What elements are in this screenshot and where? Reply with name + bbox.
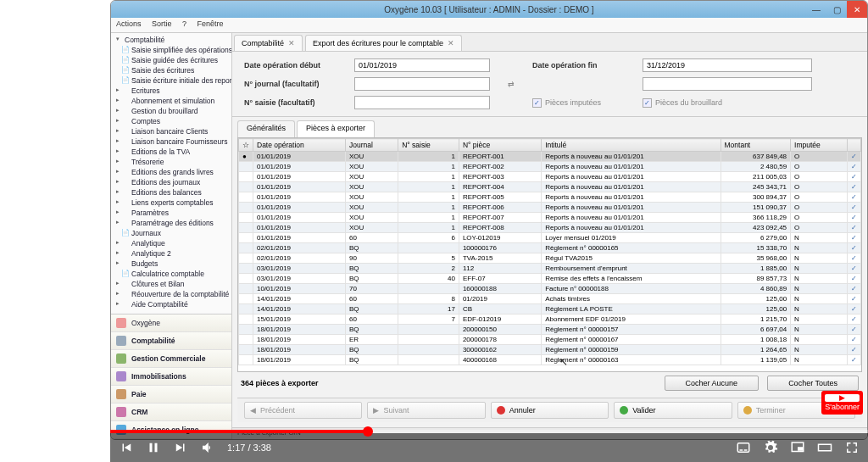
saisie-input[interactable] xyxy=(354,96,490,109)
journal-input[interactable] xyxy=(354,77,490,91)
tree-item[interactable]: Liaison bancaire Fournisseurs xyxy=(113,136,230,147)
tree-item[interactable]: Ecritures xyxy=(113,86,230,96)
captions-icon[interactable] xyxy=(736,440,751,455)
table-row[interactable]: 18/01/2019ER200000178Règlement n° 000001… xyxy=(239,335,861,345)
tree-root[interactable]: Comptabilité xyxy=(113,35,230,45)
swap-icon[interactable]: ⇄ xyxy=(498,80,524,88)
subtab-generalites[interactable]: Généralités xyxy=(237,120,295,137)
tree-item[interactable]: Editions des journaux xyxy=(113,177,230,187)
menu-fenetre[interactable]: Fenêtre xyxy=(198,19,224,28)
tree-item[interactable]: Liens experts comptables xyxy=(113,198,230,208)
next-button[interactable]: ▶ Suivant xyxy=(367,402,485,419)
tree-item[interactable]: Analytique 2 xyxy=(113,248,230,259)
col-imputee[interactable]: Imputée xyxy=(791,139,848,152)
miniplayer-icon[interactable] xyxy=(790,440,805,455)
data-grid[interactable]: ☆ Date opération Journal N° saisie N° pi… xyxy=(237,137,862,372)
table-row[interactable]: 15/01/2019607EDF-012019Abonnement EDF 01… xyxy=(239,314,861,325)
date-end-input[interactable] xyxy=(643,58,812,72)
prev-track-icon[interactable] xyxy=(119,440,134,455)
window-titlebar[interactable]: Oxygène 10.03 [ Utilisateur : ADMIN - Do… xyxy=(111,1,867,18)
tree-item[interactable]: Trésorerie xyxy=(113,157,230,167)
tree-item[interactable]: Abonnement et simulation xyxy=(113,96,230,106)
tree-item[interactable]: Réouverture de la comptabilité xyxy=(113,289,230,299)
table-row[interactable]: 10/01/201970160000188Facture n° 00000188… xyxy=(239,284,861,294)
table-row[interactable]: 01/01/2019XOU1REPORT-003Reports à nouvea… xyxy=(239,172,861,182)
fullscreen-icon[interactable] xyxy=(844,440,860,455)
module-oxygene[interactable]: Oxygène xyxy=(111,314,231,332)
tree-item[interactable]: Gestion du brouillard xyxy=(113,106,230,116)
tab-comptabilite[interactable]: Comptabilité✕ xyxy=(234,35,303,51)
tree-item[interactable]: Calculatrice comptable xyxy=(113,269,230,279)
col-saisie[interactable]: N° saisie xyxy=(398,139,459,152)
table-row[interactable]: 01/01/2019XOU1REPORT-008Reports à nouvea… xyxy=(239,223,861,233)
table-row[interactable]: 02/01/2019BQ100000176Règlement n° 000001… xyxy=(239,243,861,253)
validate-button[interactable]: Valider xyxy=(614,402,732,419)
table-row[interactable]: 01/01/2019XOU1REPORT-002Reports à nouvea… xyxy=(239,162,861,172)
col-journal[interactable]: Journal xyxy=(346,139,398,152)
nav-tree[interactable]: Comptabilité Saisie simplifiée des opéra… xyxy=(111,33,231,314)
uncheck-all-button[interactable]: Cocher Aucune xyxy=(665,376,760,391)
settings-icon[interactable] xyxy=(763,440,778,455)
module-paie[interactable]: Paie xyxy=(111,386,231,404)
menu-help[interactable]: ? xyxy=(182,19,186,28)
tree-item[interactable]: Analytique xyxy=(113,238,230,248)
menu-sortie[interactable]: Sortie xyxy=(152,19,172,28)
table-row[interactable]: 01/01/2019XOU1REPORT-007Reports à nouvea… xyxy=(239,213,861,223)
table-row[interactable]: 01/01/2019XOU1REPORT-006Reports à nouvea… xyxy=(239,203,861,213)
table-row[interactable]: 18/01/2019BQ400000168Règlement n° 000001… xyxy=(239,355,861,365)
table-row[interactable]: 01/01/2019606LOY-012019Loyer mensuel 01/… xyxy=(239,233,861,243)
tree-item[interactable]: Aide Comptabilité xyxy=(113,299,230,309)
tree-item[interactable]: Editions de la TVA xyxy=(113,147,230,157)
theater-icon[interactable] xyxy=(817,440,832,455)
tree-item[interactable]: Comptes xyxy=(113,116,230,126)
next-track-icon[interactable] xyxy=(173,440,188,455)
date-start-input[interactable] xyxy=(354,58,490,72)
table-row[interactable]: 02/01/2019905TVA-2015Régul TVA201535 968… xyxy=(239,253,861,264)
table-row[interactable]: 18/01/2019BQ300000162Règlement n° 000001… xyxy=(239,345,861,355)
table-row[interactable]: 18/01/2019BQ200000150Règlement n° 000001… xyxy=(239,325,861,335)
col-date[interactable]: Date opération xyxy=(253,139,346,152)
menu-actions[interactable]: Actions xyxy=(116,19,142,28)
tab-export[interactable]: Export des écritures pour le comptable✕ xyxy=(305,35,462,51)
module-immobilisations[interactable]: Immobilisations xyxy=(111,368,231,386)
tree-item[interactable]: Saisie guidée des écritures xyxy=(113,55,230,65)
check-all-button[interactable]: Cocher Toutes xyxy=(767,376,859,391)
progress-bar[interactable] xyxy=(110,430,868,433)
tree-item[interactable]: Editions des balances xyxy=(113,187,230,198)
volume-icon[interactable] xyxy=(200,440,215,455)
maximize-button[interactable]: ▢ xyxy=(826,1,847,18)
col-montant[interactable]: Montant xyxy=(721,139,791,152)
pause-icon[interactable] xyxy=(146,440,161,455)
journal-input-2[interactable] xyxy=(643,77,812,91)
table-row[interactable]: ●01/01/2019XOU1REPORT-001Reports à nouve… xyxy=(239,152,861,162)
checkbox-imputees[interactable]: ✓Pièces imputées xyxy=(532,98,634,108)
tree-item[interactable]: Saisie simplifiée des opérations xyxy=(113,45,230,55)
tree-item[interactable]: Paramètres xyxy=(113,208,230,218)
tree-item[interactable]: Paramétrage des éditions xyxy=(113,218,230,228)
table-row[interactable]: 14/01/201960801/2019Achats timbres125,00… xyxy=(239,294,861,304)
tree-item[interactable]: Editions des grands livres xyxy=(113,167,230,177)
close-button[interactable]: ✕ xyxy=(847,1,867,18)
prev-button[interactable]: ◀ Précédent xyxy=(244,402,362,419)
tree-item[interactable]: Clôtures et Bilan xyxy=(113,279,230,289)
table-row[interactable]: 03/01/2019BQ2112Remboursement d'emprunt1… xyxy=(239,264,861,274)
cancel-button[interactable]: Annuler xyxy=(491,402,609,419)
col-piece[interactable]: N° pièce xyxy=(459,139,541,152)
minimize-button[interactable]: — xyxy=(806,1,826,18)
module-gestion[interactable]: Gestion Commerciale xyxy=(111,350,231,368)
tree-item[interactable]: Saisie écriture initiale des reports xyxy=(113,75,230,86)
progress-thumb[interactable] xyxy=(363,426,373,437)
table-row[interactable]: 14/01/2019BQ17CBRèglement LA POSTE125,00… xyxy=(239,304,861,314)
tree-item[interactable]: Saisie des écritures xyxy=(113,65,230,75)
tree-item[interactable]: Liaison bancaire Clients xyxy=(113,126,230,136)
checkbox-brouillard[interactable]: ✓Pièces du brouillard xyxy=(643,98,812,108)
tree-item[interactable]: Budgets xyxy=(113,259,230,269)
module-crm[interactable]: CRM xyxy=(111,404,231,421)
close-icon[interactable]: ✕ xyxy=(288,39,295,47)
module-comptabilite[interactable]: Comptabilité xyxy=(111,332,231,350)
table-row[interactable]: 01/01/2019XOU1REPORT-004Reports à nouvea… xyxy=(239,182,861,192)
subscribe-button[interactable]: ▶ S'abonner xyxy=(821,391,863,415)
table-row[interactable]: 01/01/2019XOU1REPORT-005Reports à nouvea… xyxy=(239,192,861,203)
subtab-pieces[interactable]: Pièces à exporter xyxy=(297,120,375,137)
close-icon[interactable]: ✕ xyxy=(448,39,454,47)
